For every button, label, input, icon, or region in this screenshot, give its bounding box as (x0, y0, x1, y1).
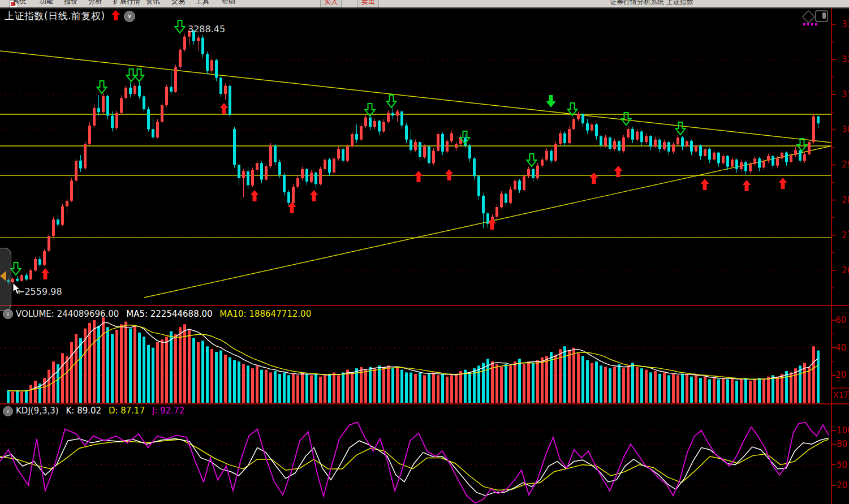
kdj-label: KDJ(9,3,3) (16, 406, 59, 416)
menu-item[interactable]: 分析 (88, 0, 102, 6)
chevron-down-icon[interactable]: ∨ (124, 11, 135, 22)
svg-text:3288.45: 3288.45 (188, 24, 225, 35)
svg-text:3200: 3200 (842, 54, 849, 64)
svg-text:X1万: X1万 (833, 390, 849, 399)
volume-header: VOLUME: 244089696.00 MA5: 222544688.00 M… (16, 309, 311, 319)
kdj-d-value: 87.17 (120, 406, 145, 416)
kdj-d-label: D: (109, 406, 118, 416)
menu-item[interactable]: 工具 (196, 0, 209, 6)
left-panel-handle[interactable] (0, 248, 11, 311)
svg-text:3300: 3300 (842, 19, 849, 29)
menu-item[interactable]: 帮助 (222, 0, 235, 6)
menu-bar-right-text: 证券行情分析系统 上证指数 (610, 0, 693, 7)
svg-text:2700: 2700 (842, 230, 849, 240)
main-chart-canvas[interactable]: 3288.45←2559.983300320031003000290028002… (0, 8, 849, 305)
mouse-cursor (12, 283, 23, 295)
svg-text:60: 60 (835, 315, 846, 325)
trading-terminal-window: 系统功能报价分析扩展行情资讯交易工具帮助买入卖出 证券行情分析系统 上证指数 3… (0, 0, 849, 504)
svg-text:2800: 2800 (842, 195, 849, 205)
kdj-chart-canvas[interactable]: 100805020 (0, 404, 849, 504)
kdj-k-value: 89.02 (77, 406, 101, 416)
volume-ma10-label: MA10: (219, 309, 246, 319)
menu-item-red[interactable]: 卖出 (357, 0, 379, 7)
svg-text:3100: 3100 (842, 89, 849, 100)
menu-item[interactable]: 报价 (64, 0, 77, 6)
volume-ma10-value: 188647712.00 (249, 309, 311, 319)
menu-item[interactable]: 功能 (40, 0, 53, 6)
volume-value: 244089696.00 (57, 309, 119, 319)
menu-item[interactable]: 系统 (12, 0, 26, 6)
svg-text:80: 80 (837, 439, 847, 449)
menu-item[interactable]: 交易 (171, 0, 185, 6)
svg-text:←2559.98: ←2559.98 (17, 286, 62, 297)
svg-text:20: 20 (837, 480, 847, 490)
svg-text:2600: 2600 (842, 265, 849, 275)
menu-item[interactable]: 资讯 (146, 0, 160, 6)
menu-bar: 系统功能报价分析扩展行情资讯交易工具帮助买入卖出 证券行情分析系统 上证指数 (0, 0, 849, 8)
left-arrow-icon (0, 271, 6, 281)
window-layout-icon-bar (822, 12, 826, 19)
svg-text:40: 40 (835, 343, 846, 353)
magenta-dots-icon (803, 23, 820, 25)
kdj-k-label: K: (66, 406, 74, 416)
svg-text:20: 20 (835, 370, 846, 380)
menu-item[interactable]: 扩展行情 (113, 0, 140, 6)
volume-label: VOLUME: (16, 309, 54, 319)
svg-text:2900: 2900 (842, 160, 849, 170)
kdj-j-label: J: (152, 406, 157, 416)
kdj-header: KDJ(9,3,3) K: 89.02 D: 87.17 J: 92.72 (16, 406, 184, 416)
price-up-arrow-icon (111, 10, 120, 20)
menu-item-red[interactable]: 买入 (320, 0, 342, 7)
volume-ma5-label: MA5: (126, 309, 148, 319)
chart-title: 上证指数(日线.前复权) (5, 10, 105, 23)
window-layout-icon[interactable] (815, 10, 828, 22)
volume-ma5-value: 222544688.00 (150, 309, 213, 319)
kdj-collapse-icon[interactable]: ∨ (3, 406, 13, 416)
kdj-j-value: 92.72 (160, 406, 184, 416)
svg-text:50: 50 (837, 460, 847, 470)
svg-text:100: 100 (837, 425, 849, 436)
volume-chart-canvas[interactable]: 604020X1万 (0, 306, 849, 404)
svg-text:3000: 3000 (842, 124, 849, 135)
